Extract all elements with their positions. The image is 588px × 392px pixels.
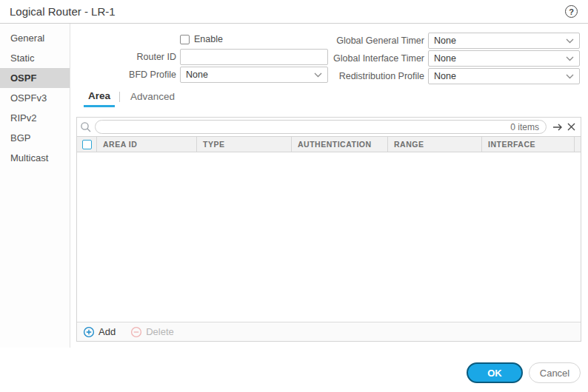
redistribution-profile-label: Redistribution Profile bbox=[276, 71, 424, 81]
scrollbar-gutter bbox=[575, 137, 581, 152]
global-interface-timer-row: Global Interface Timer None bbox=[276, 50, 580, 67]
delete-button[interactable]: Delete bbox=[130, 326, 174, 338]
col-header-area-id[interactable]: AREA ID bbox=[97, 137, 197, 152]
apply-filter-arrow-icon[interactable] bbox=[551, 121, 564, 134]
sidebar-item-ospf[interactable]: OSPF bbox=[0, 68, 70, 88]
col-header-authentication[interactable]: AUTHENTICATION bbox=[292, 137, 388, 152]
col-header-type[interactable]: TYPE bbox=[197, 137, 292, 152]
chevron-down-icon bbox=[566, 56, 574, 61]
ospf-tabs: Area Advanced bbox=[84, 89, 182, 107]
tab-area[interactable]: Area bbox=[84, 89, 115, 107]
chevron-down-icon bbox=[566, 74, 574, 79]
tab-separator bbox=[119, 92, 120, 102]
bfd-profile-value: None bbox=[186, 70, 208, 80]
enable-checkbox[interactable] bbox=[180, 35, 190, 44]
delete-button-label: Delete bbox=[146, 326, 174, 337]
tab-advanced[interactable]: Advanced bbox=[121, 89, 182, 106]
chevron-down-icon bbox=[566, 38, 574, 44]
items-count-badge: 0 items bbox=[510, 122, 546, 132]
search-input[interactable]: 0 items bbox=[95, 120, 547, 134]
plus-circle-icon bbox=[83, 326, 95, 338]
sidebar-item-ripv2[interactable]: RIPv2 bbox=[0, 108, 70, 128]
sidebar-item-multicast[interactable]: Multicast bbox=[0, 148, 70, 168]
global-interface-timer-select[interactable]: None bbox=[428, 50, 580, 67]
sidebar-item-bgp[interactable]: BGP bbox=[0, 128, 70, 148]
minus-circle-icon bbox=[130, 326, 142, 338]
clear-filter-close-icon[interactable] bbox=[564, 121, 578, 134]
table-header-row: AREA ID TYPE AUTHENTICATION RANGE INTERF… bbox=[77, 136, 581, 152]
global-general-timer-select[interactable]: None bbox=[428, 33, 580, 49]
dialog-title: Logical Router - LR-1 bbox=[10, 5, 116, 18]
enable-label: Enable bbox=[194, 34, 223, 44]
cancel-button[interactable]: Cancel bbox=[529, 362, 581, 383]
area-table: 0 items AREA ID TYPE AUTHE bbox=[76, 117, 581, 342]
add-button-label: Add bbox=[98, 326, 116, 337]
table-filter-row: 0 items bbox=[77, 118, 581, 136]
router-id-label: Router ID bbox=[70, 52, 176, 62]
global-general-timer-value: None bbox=[434, 36, 456, 46]
redistribution-profile-select[interactable]: None bbox=[428, 68, 580, 84]
logical-router-dialog: Logical Router - LR-1 ? General Static O… bbox=[0, 0, 588, 392]
sidebar-item-general[interactable]: General bbox=[0, 28, 70, 48]
global-interface-timer-value: None bbox=[434, 53, 456, 64]
global-interface-timer-label: Global Interface Timer bbox=[276, 53, 424, 64]
table-body-empty bbox=[77, 152, 581, 322]
ok-button[interactable]: OK bbox=[467, 362, 523, 383]
sidebar-item-ospfv3[interactable]: OSPFv3 bbox=[0, 88, 70, 108]
enable-row: Enable bbox=[180, 34, 223, 44]
ospf-panel: Enable Router ID BFD Profile None Global… bbox=[70, 24, 588, 348]
table-footer: Add Delete bbox=[77, 322, 581, 341]
sidebar-item-static[interactable]: Static bbox=[0, 48, 70, 68]
col-header-interface[interactable]: INTERFACE bbox=[482, 137, 575, 152]
help-icon[interactable]: ? bbox=[565, 5, 578, 18]
global-general-timer-label: Global General Timer bbox=[276, 36, 424, 46]
redistribution-profile-row: Redistribution Profile None bbox=[276, 68, 580, 84]
global-general-timer-row: Global General Timer None bbox=[276, 33, 580, 49]
select-all-checkbox[interactable] bbox=[82, 140, 92, 149]
add-button[interactable]: Add bbox=[83, 326, 116, 338]
redistribution-profile-value: None bbox=[434, 71, 456, 81]
bfd-profile-label: BFD Profile bbox=[70, 70, 176, 80]
dialog-titlebar: Logical Router - LR-1 ? bbox=[0, 0, 588, 24]
col-header-range[interactable]: RANGE bbox=[388, 137, 482, 152]
sidebar-nav: General Static OSPF OSPFv3 RIPv2 BGP Mul… bbox=[0, 24, 70, 348]
search-icon bbox=[79, 121, 93, 134]
select-all-cell bbox=[77, 137, 97, 152]
